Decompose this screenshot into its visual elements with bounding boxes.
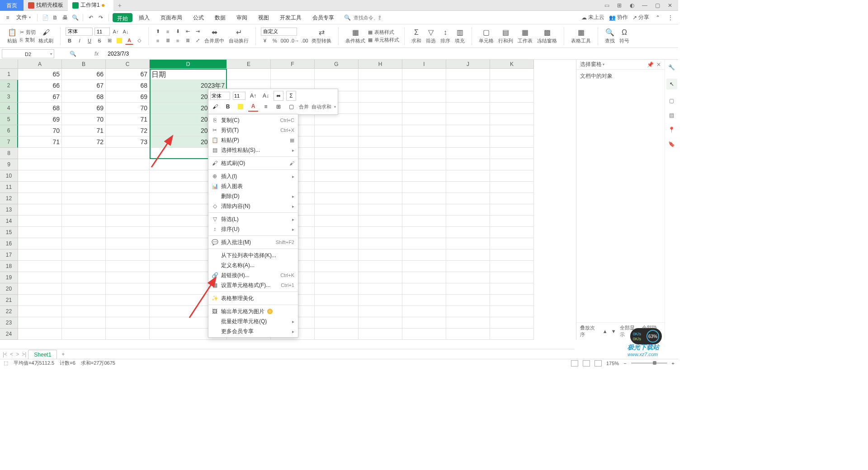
row-header[interactable]: 9 xyxy=(0,159,18,170)
ctx-batch-cells[interactable]: 批量处理单元格(Q)▸ xyxy=(208,316,298,326)
cell[interactable] xyxy=(62,204,106,216)
cell[interactable] xyxy=(315,148,359,159)
cell[interactable] xyxy=(359,306,402,317)
cell[interactable] xyxy=(359,272,402,283)
cell[interactable] xyxy=(106,238,150,249)
cell[interactable] xyxy=(359,80,402,91)
col-header[interactable]: H xyxy=(359,60,402,69)
cell[interactable] xyxy=(446,170,490,182)
align-justify-icon[interactable]: ≣ xyxy=(184,37,192,45)
row-header[interactable]: 14 xyxy=(0,216,18,227)
row-header[interactable]: 7 xyxy=(0,136,18,148)
cell[interactable] xyxy=(490,136,534,148)
cell[interactable] xyxy=(62,170,106,182)
fill-button[interactable]: ▥填充 xyxy=(453,27,467,45)
sheet-next-icon[interactable]: > xyxy=(16,351,19,357)
cell[interactable] xyxy=(315,249,359,261)
col-header[interactable]: F xyxy=(271,60,315,69)
ctx-paste-special[interactable]: ▤选择性粘贴(S)...▸ xyxy=(208,145,298,155)
view-normal-icon[interactable] xyxy=(571,360,578,367)
col-header[interactable]: C xyxy=(106,60,150,69)
cell[interactable] xyxy=(402,227,446,238)
tab-view[interactable]: 视图 xyxy=(254,11,274,24)
cell[interactable] xyxy=(315,159,359,170)
col-header-selected[interactable]: D xyxy=(150,60,227,69)
cell[interactable] xyxy=(106,283,150,295)
record-icon[interactable]: ⬚ xyxy=(4,360,8,366)
cell[interactable] xyxy=(490,238,534,249)
cell[interactable] xyxy=(18,182,62,193)
cell[interactable] xyxy=(359,103,402,114)
cell[interactable] xyxy=(446,114,490,125)
merge-button[interactable]: ⬌合并居中 xyxy=(203,27,226,45)
row-header[interactable]: 2 xyxy=(0,80,18,91)
cell[interactable] xyxy=(402,317,446,329)
ctx-beautify[interactable]: ✨表格整理美化 xyxy=(208,293,298,303)
cell[interactable] xyxy=(446,136,490,148)
orient-icon[interactable]: ⤢ xyxy=(193,37,202,45)
cell[interactable] xyxy=(359,261,402,272)
row-header[interactable]: 5 xyxy=(0,114,18,125)
cell[interactable] xyxy=(62,283,106,295)
row-header[interactable]: 1 xyxy=(0,69,18,80)
cell[interactable] xyxy=(315,125,359,136)
cell[interactable] xyxy=(359,227,402,238)
cell[interactable] xyxy=(18,159,62,170)
tab-data[interactable]: 数据 xyxy=(210,11,230,24)
align-right-icon[interactable]: ≡ xyxy=(174,37,182,45)
cell[interactable] xyxy=(490,103,534,114)
cell[interactable] xyxy=(106,261,150,272)
cell[interactable] xyxy=(446,69,490,80)
fill-color-icon[interactable] xyxy=(115,37,123,45)
cell[interactable] xyxy=(315,227,359,238)
ctx-define-name[interactable]: 定义名称(A)... xyxy=(208,260,298,270)
cell[interactable] xyxy=(402,238,446,249)
cell[interactable]: 71 xyxy=(106,114,150,125)
cell[interactable]: 69 xyxy=(18,114,62,125)
cell[interactable] xyxy=(359,136,402,148)
mini-fontcolor-icon[interactable]: A xyxy=(248,102,258,112)
close-icon[interactable]: ✕ xyxy=(665,1,675,10)
tab-pagelayout[interactable]: 页面布局 xyxy=(156,11,187,24)
cell[interactable] xyxy=(402,193,446,204)
ctx-sort[interactable]: ↕排序(U)▸ xyxy=(208,224,298,234)
cell[interactable] xyxy=(359,216,402,227)
table-tools[interactable]: ▦表格工具 xyxy=(569,27,593,45)
ctx-cell-format[interactable]: ▦设置单元格格式(F)...Ctrl+1 xyxy=(208,280,298,290)
view-break-icon[interactable] xyxy=(594,360,602,367)
row-header[interactable]: 18 xyxy=(0,261,18,272)
cell[interactable] xyxy=(106,317,150,329)
cell[interactable]: 67 xyxy=(62,80,106,91)
cell[interactable] xyxy=(446,306,490,317)
row-header[interactable]: 24 xyxy=(0,329,18,340)
col-header[interactable]: J xyxy=(446,60,490,69)
wrap-button[interactable]: ↵自动换行 xyxy=(227,27,250,45)
indent-dec-icon[interactable]: ⇤ xyxy=(184,28,192,36)
row-header[interactable]: 10 xyxy=(0,170,18,182)
mini-font-name[interactable] xyxy=(210,92,230,100)
print-icon[interactable]: 🖶 xyxy=(61,14,69,22)
cell[interactable] xyxy=(106,204,150,216)
cell[interactable]: 68 xyxy=(62,91,106,103)
cell[interactable]: 65 xyxy=(18,69,62,80)
cell[interactable] xyxy=(271,69,315,80)
cell[interactable] xyxy=(315,170,359,182)
cell[interactable] xyxy=(106,182,150,193)
cell[interactable] xyxy=(62,261,106,272)
cell[interactable] xyxy=(446,182,490,193)
cell[interactable] xyxy=(446,159,490,170)
cell[interactable] xyxy=(446,91,490,103)
cell[interactable] xyxy=(490,204,534,216)
align-center-icon[interactable]: ≣ xyxy=(164,37,172,45)
cell[interactable]: 70 xyxy=(18,125,62,136)
col-header[interactable]: K xyxy=(490,60,534,69)
ctx-paste[interactable]: 📋粘贴(P)▦ xyxy=(208,135,298,145)
cell[interactable] xyxy=(62,238,106,249)
cell[interactable]: 72 xyxy=(62,136,106,148)
cell[interactable] xyxy=(18,238,62,249)
border-icon[interactable]: ⊞ xyxy=(105,37,113,45)
align-bot-icon[interactable]: ⬇ xyxy=(174,28,182,36)
tab-workbook[interactable]: 工作簿1 xyxy=(68,0,113,11)
tab-insert[interactable]: 插入 xyxy=(134,11,154,24)
zoom-in-icon[interactable]: + xyxy=(672,361,675,366)
